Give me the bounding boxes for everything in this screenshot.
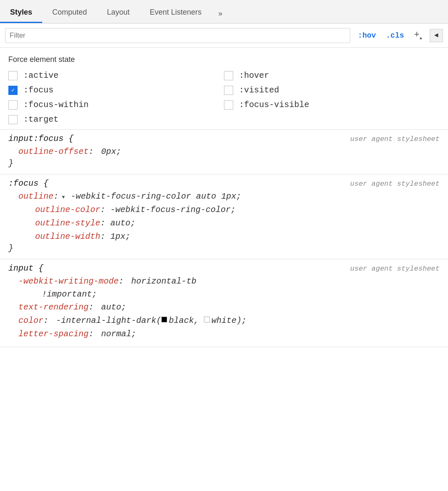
checkbox-item-target[interactable]: :target	[8, 115, 224, 124]
sub-prop-name-outline-style: outline-style	[35, 217, 100, 230]
checkbox-label-focus-within: :focus-within	[23, 100, 89, 110]
colon-1: :	[89, 145, 99, 159]
prop-value-color-black: black,	[169, 314, 204, 327]
colon-6: :	[89, 327, 99, 341]
checkbox-focus[interactable]	[8, 86, 18, 95]
colon-4: :	[89, 301, 99, 314]
checkbox-item-hover[interactable]: :hover	[224, 71, 440, 80]
prop-value-webkit-writing-mode: horizontal-tb	[131, 275, 196, 288]
checkbox-focus-within[interactable]	[8, 100, 18, 110]
rule-close-2: }	[8, 243, 440, 253]
checkbox-visited[interactable]	[224, 86, 233, 95]
tabs-bar: Styles Computed Layout Event Listeners »	[0, 0, 448, 23]
css-prop-webkit-writing-mode: -webkit-writing-mode : horizontal-tb	[18, 275, 440, 288]
prop-name-color: color	[18, 314, 43, 327]
filter-input[interactable]	[5, 28, 350, 43]
css-rule-focus: :focus { user agent stylesheet outline :…	[0, 174, 448, 259]
checkbox-hover[interactable]	[224, 71, 233, 80]
checkbox-label-focus: :focus	[23, 85, 53, 95]
rule-header-1: input:focus { user agent stylesheet	[8, 134, 440, 143]
prop-value-color-prefix: -internal-light-dark(	[56, 314, 161, 327]
tab-more[interactable]: »	[211, 4, 229, 23]
checkbox-label-active: :active	[23, 71, 59, 80]
color-swatch-white[interactable]	[204, 317, 210, 322]
checkbox-label-focus-visible: :focus-visible	[239, 100, 309, 110]
tab-computed[interactable]: Computed	[42, 3, 97, 23]
color-swatch-black[interactable]	[161, 317, 167, 322]
sub-prop-colon-2: :	[100, 217, 110, 230]
sub-prop-colon-3: :	[100, 230, 110, 243]
checkboxes-grid: :active :hover :focus :visited :focus-wi…	[8, 71, 440, 124]
prop-name-text-rendering: text-rendering	[18, 301, 89, 314]
rule-close-1: }	[8, 159, 440, 168]
hov-button[interactable]: :hov	[355, 30, 378, 41]
rule-header-3: input { user agent stylesheet	[8, 263, 440, 273]
outline-sub-props: outline-color : -webkit-focus-ring-color…	[18, 203, 440, 243]
css-prop-outline-offset: outline-offset : 0px;	[18, 145, 440, 159]
checkbox-item-focus[interactable]: :focus	[8, 85, 224, 95]
css-rule-input-focus: input:focus { user agent stylesheet outl…	[0, 130, 448, 174]
checkbox-item-focus-within[interactable]: :focus-within	[8, 100, 224, 110]
checkbox-item-active[interactable]: :active	[8, 71, 224, 80]
colon-5: :	[43, 314, 53, 327]
tab-styles[interactable]: Styles	[0, 3, 42, 23]
important-continuation: !important;	[18, 288, 440, 301]
checkbox-item-visited[interactable]: :visited	[224, 85, 440, 95]
filter-row: :hov .cls +▲ ◄	[0, 23, 448, 48]
checkbox-focus-visible[interactable]	[224, 100, 233, 110]
sub-prop-value-outline-width: 1px;	[110, 230, 130, 243]
prop-value-letter-spacing: normal;	[101, 327, 136, 341]
force-element-state-section: Force element state :active :hover :focu…	[0, 48, 448, 130]
rule-source-1: user agent stylesheet	[350, 135, 440, 143]
rule-source-3: user agent stylesheet	[350, 265, 440, 273]
sub-prop-outline-color: outline-color : -webkit-focus-ring-color…	[35, 203, 440, 217]
expand-outline-triangle[interactable]: ▼	[62, 194, 65, 202]
prop-value-outline-offset: 0px;	[101, 145, 121, 159]
prop-name-letter-spacing: letter-spacing	[18, 327, 89, 341]
sub-prop-colon-1: :	[100, 203, 110, 217]
sub-prop-value-outline-style: auto;	[110, 217, 135, 230]
prop-name-webkit-writing-mode: -webkit-writing-mode	[18, 275, 119, 288]
css-rule-input: input { user agent stylesheet -webkit-wr…	[0, 259, 448, 347]
rule-selector-2: :focus {	[8, 179, 48, 188]
rule-selector-1: input:focus {	[8, 134, 74, 143]
rule-header-2: :focus { user agent stylesheet	[8, 179, 440, 188]
colon-2: :	[53, 190, 59, 203]
cls-button[interactable]: .cls	[384, 30, 407, 41]
prop-value-color-white: white);	[211, 314, 247, 327]
tab-event-listeners[interactable]: Event Listeners	[140, 3, 211, 23]
sub-prop-name-outline-color: outline-color	[35, 203, 100, 217]
checkbox-label-hover: :hover	[239, 71, 269, 80]
sub-prop-outline-style: outline-style : auto;	[35, 217, 440, 230]
sidebar-toggle-button[interactable]: ◄	[430, 29, 443, 42]
css-prop-color: color : -internal-light-dark( black, whi…	[18, 314, 440, 327]
colon-3: :	[119, 275, 129, 288]
checkbox-active[interactable]	[8, 71, 18, 80]
rule-body-1: outline-offset : 0px;	[8, 145, 440, 159]
prop-value-outline: -webkit-focus-ring-color auto 1px;	[66, 190, 241, 203]
checkbox-item-focus-visible[interactable]: :focus-visible	[224, 100, 440, 110]
checkbox-target[interactable]	[8, 115, 18, 124]
prop-name-outline: outline	[18, 190, 53, 203]
css-prop-outline: outline : ▼ -webkit-focus-ring-color aut…	[18, 190, 440, 203]
rule-body-3: -webkit-writing-mode : horizontal-tb !im…	[8, 275, 440, 341]
checkbox-label-visited: :visited	[239, 85, 279, 95]
rule-source-2: user agent stylesheet	[350, 180, 440, 188]
checkbox-label-target: :target	[23, 115, 59, 124]
sub-prop-value-outline-color: -webkit-focus-ring-color;	[110, 203, 236, 217]
sub-prop-outline-width: outline-width : 1px;	[35, 230, 440, 243]
rule-selector-3: input {	[8, 263, 43, 273]
prop-name-outline-offset: outline-offset	[18, 145, 89, 159]
prop-value-text-rendering: auto;	[101, 301, 126, 314]
css-prop-text-rendering: text-rendering : auto;	[18, 301, 440, 314]
force-state-title: Force element state	[8, 55, 440, 64]
sub-prop-name-outline-width: outline-width	[35, 230, 100, 243]
tab-layout[interactable]: Layout	[97, 3, 140, 23]
rule-body-2: outline : ▼ -webkit-focus-ring-color aut…	[8, 190, 440, 243]
css-prop-letter-spacing: letter-spacing : normal;	[18, 327, 440, 341]
add-style-button[interactable]: +▲	[412, 29, 425, 41]
